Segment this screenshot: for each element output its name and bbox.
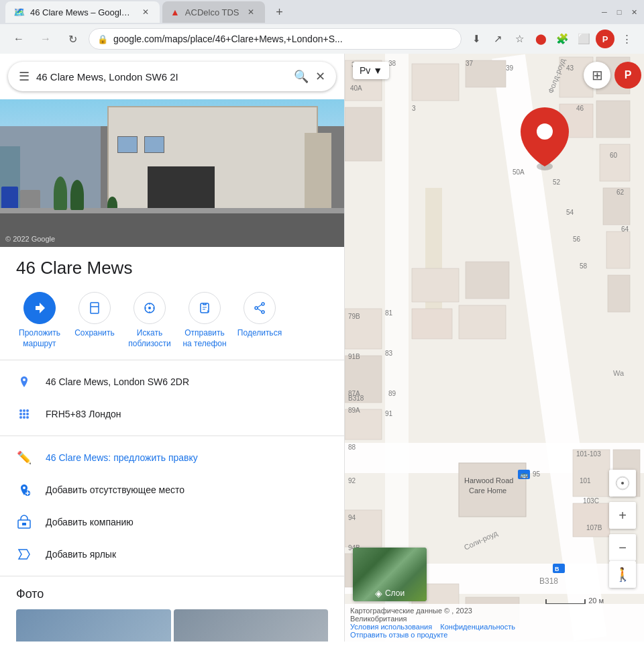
svg-rect-47 (412, 268, 459, 302)
svg-text:46: 46 (576, 105, 584, 112)
svg-text:37: 37 (466, 60, 474, 67)
svg-text:91: 91 (385, 410, 393, 417)
clear-icon[interactable]: ✕ (315, 69, 325, 84)
tab-maps-close[interactable]: ✕ (140, 6, 152, 18)
minimize-button[interactable]: ─ (600, 7, 609, 17)
street-view[interactable]: © 2022 Google (0, 99, 345, 247)
edit-icon: ✏️ (16, 450, 32, 466)
map-panel[interactable]: Фолд-роуд Wa Соли-роуд B318 38C 38 40A 3… (345, 54, 644, 642)
terms-link[interactable]: Условия использования (350, 623, 432, 631)
svg-text:103C: 103C (583, 497, 599, 505)
add-business-row[interactable]: Добавить компанию (0, 506, 344, 538)
pegman-button[interactable]: 🚶 (609, 561, 636, 588)
address-row[interactable]: 46 Clare Mews, London SW6 2DR (0, 366, 344, 398)
zoom-out-button[interactable]: − (609, 534, 636, 561)
map-grid-button[interactable]: ⊞ (584, 62, 610, 89)
split-view-icon[interactable]: ⬜ (574, 30, 593, 48)
search-input[interactable] (36, 71, 287, 83)
svg-text:Harwood Road: Harwood Road (464, 476, 513, 484)
map-footer: Картографические данные © , 2023 Великоб… (345, 604, 644, 642)
browser-chrome: 🗺️ 46 Clare Mews – Google Карты ✕ ▲ ACDe… (0, 0, 644, 54)
tab-acdelco[interactable]: ▲ ACDelco TDS ✕ (162, 1, 265, 23)
svg-point-2 (148, 307, 151, 309)
add-label-row[interactable]: Добавить ярлык (0, 538, 344, 570)
send-label: Отправитьна телефон (182, 328, 226, 349)
maximize-button[interactable]: □ (614, 7, 624, 17)
feedback-text[interactable]: Отправить отзыв о продукте (350, 631, 447, 639)
svg-text:101: 101 (580, 477, 591, 484)
pv-toggle[interactable]: Pv ▼ (353, 62, 389, 79)
reload-button[interactable]: ↻ (62, 28, 83, 50)
svg-text:89A: 89A (348, 407, 360, 414)
svg-point-11 (262, 311, 264, 313)
close-button[interactable]: ✕ (629, 7, 639, 17)
share-icon[interactable]: ↗ (488, 30, 507, 48)
svg-rect-28 (22, 523, 26, 525)
svg-point-12 (255, 307, 258, 309)
directions-button[interactable]: Проложитьмаршрут (16, 292, 63, 349)
back-button[interactable]: ← (8, 28, 30, 50)
share-label: Поделиться (237, 328, 282, 339)
url-text: google.com/maps/place/46+Clare+Mews,+Lon… (113, 34, 453, 44)
layers-thumbnail[interactable]: ◈ Слои (353, 548, 427, 601)
send-button[interactable]: Отправитьна телефон (181, 292, 228, 349)
svg-text:101-103: 101-103 (576, 450, 601, 458)
photo-thumb-2[interactable] (174, 609, 329, 642)
nearby-icon (133, 292, 166, 324)
svg-text:54: 54 (566, 209, 574, 216)
map-background: Фолд-роуд Wa Соли-роуд B318 38C 38 40A 3… (345, 54, 644, 642)
compass-button[interactable] (609, 470, 636, 497)
svg-text:B: B (555, 566, 559, 572)
svg-text:79B: 79B (348, 313, 360, 320)
menu-icon[interactable]: ⋮ (617, 30, 636, 48)
svg-text:94: 94 (348, 514, 356, 521)
hamburger-icon[interactable]: ☰ (19, 69, 30, 84)
extensions-icon[interactable]: 🧩 (553, 30, 572, 48)
save-button[interactable]: Сохранить (71, 292, 118, 349)
privacy-link[interactable]: Конфиденциальность (440, 623, 515, 631)
tab-acdelco-favicon: ▲ (170, 7, 180, 17)
map-profile-button[interactable]: P (614, 62, 641, 89)
svg-text:43: 43 (566, 64, 574, 72)
share-button[interactable]: Поделиться (236, 292, 283, 349)
svg-point-15 (19, 409, 22, 412)
share-icon (244, 292, 276, 324)
url-bar[interactable]: 🔒 google.com/maps/place/46+Clare+Mews,+L… (89, 28, 462, 50)
address-icon (16, 374, 32, 390)
nearby-label: Искатьпоблизости (128, 328, 170, 349)
google-watermark: © 2022 Google (5, 235, 55, 243)
street-scene: © 2022 Google (0, 99, 345, 247)
left-panel: ☰ 🔍 ✕ (0, 54, 345, 642)
svg-text:B318: B318 (539, 576, 558, 586)
svg-rect-46 (608, 275, 630, 312)
svg-point-21 (19, 416, 22, 419)
lock-icon: 🔒 (97, 34, 108, 44)
window-controls: ─ □ ✕ (600, 7, 639, 17)
profile-button[interactable]: P (596, 30, 614, 48)
svg-point-23 (26, 416, 29, 419)
plus-code-text: FRH5+83 Лондон (46, 409, 328, 419)
tab-acdelco-close[interactable]: ✕ (245, 6, 257, 18)
add-place-row[interactable]: Добавить отсутствующее место (0, 474, 344, 506)
photo-thumb-1[interactable] (16, 609, 171, 642)
svg-text:B318: B318 (348, 395, 364, 402)
svg-rect-48 (466, 262, 509, 299)
new-tab-button[interactable]: + (270, 3, 289, 21)
add-business-text: Добавить компанию (46, 517, 328, 527)
svg-text:56: 56 (573, 236, 581, 243)
plus-code-row[interactable]: FRH5+83 Лондон (0, 398, 344, 430)
add-place-text: Добавить отсутствующее место (46, 484, 328, 495)
search-icon[interactable]: 🔍 (294, 69, 309, 84)
svg-rect-42 (596, 101, 630, 138)
svg-text:3: 3 (412, 105, 416, 112)
forward-button[interactable]: → (35, 28, 56, 50)
record-icon[interactable]: ⬤ (531, 30, 550, 48)
suggest-edit-row[interactable]: ✏️ 46 Clare Mews: предложить правку (0, 442, 344, 474)
nearby-button[interactable]: Искатьпоблизости (126, 292, 173, 349)
search-bar[interactable]: ☰ 🔍 ✕ (8, 62, 336, 91)
tab-maps[interactable]: 🗺️ 46 Clare Mews – Google Карты ✕ (5, 1, 160, 23)
zoom-in-button[interactable]: + (609, 502, 636, 529)
bookmark-icon[interactable]: ☆ (510, 30, 529, 48)
download-icon[interactable]: ⬇ (467, 30, 486, 48)
svg-text:107B: 107B (586, 524, 602, 531)
